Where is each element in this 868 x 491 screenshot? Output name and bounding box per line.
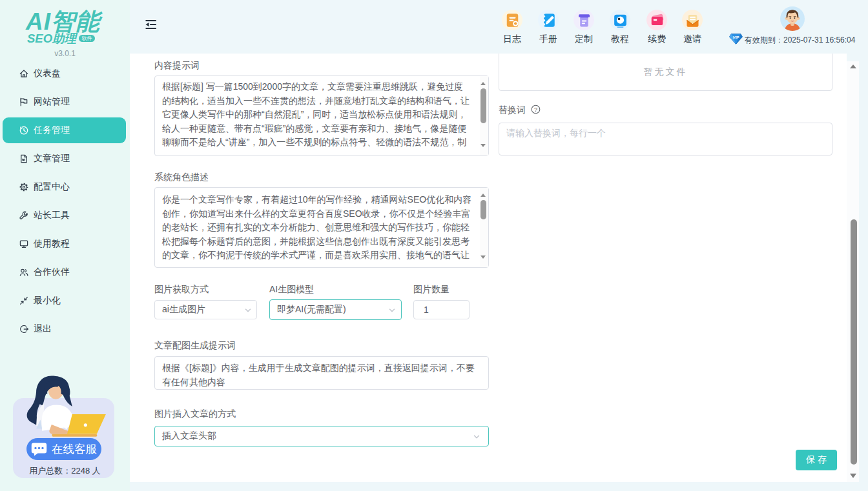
svg-text:VIP: VIP [733, 35, 740, 39]
svg-text:?: ? [534, 106, 537, 113]
